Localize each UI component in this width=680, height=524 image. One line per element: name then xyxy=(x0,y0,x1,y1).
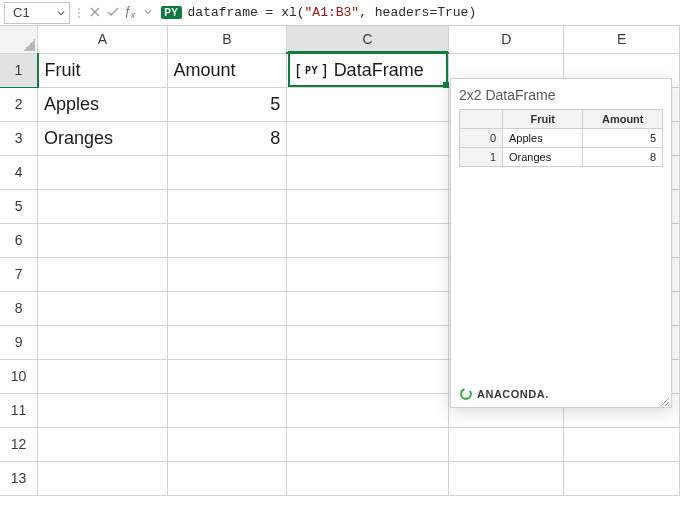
cell-C12[interactable] xyxy=(287,427,449,461)
table-row: 0 Apples 5 xyxy=(460,129,663,148)
cell-A7[interactable] xyxy=(38,257,168,291)
row-header-11[interactable]: 11 xyxy=(0,393,38,427)
cell-C13[interactable] xyxy=(287,461,449,495)
cell-C2[interactable] xyxy=(287,87,449,121)
resize-handle-icon[interactable] xyxy=(659,395,669,405)
fx-icon[interactable]: ƒx xyxy=(124,4,135,20)
cell-C5[interactable] xyxy=(287,189,449,223)
cell-E13[interactable] xyxy=(564,461,680,495)
row-header-4[interactable]: 4 xyxy=(0,155,38,189)
formula-input[interactable]: dataframe = xl("A1:B3", headers=True) xyxy=(188,5,477,20)
preview-row-amount: 5 xyxy=(583,129,663,148)
anaconda-logo-icon xyxy=(459,387,473,401)
chevron-down-icon[interactable] xyxy=(57,9,65,17)
preview-row-index: 0 xyxy=(460,129,503,148)
python-mini-badge: PY xyxy=(305,65,318,76)
cell-A11[interactable] xyxy=(38,393,168,427)
cell-B7[interactable] xyxy=(167,257,287,291)
cell-B1[interactable]: Amount xyxy=(167,53,287,87)
preview-row-fruit: Apples xyxy=(503,129,583,148)
row-header-12[interactable]: 12 xyxy=(0,427,38,461)
cell-C9[interactable] xyxy=(287,325,449,359)
select-all-corner[interactable] xyxy=(0,26,38,53)
cell-B12[interactable] xyxy=(167,427,287,461)
cell-A5[interactable] xyxy=(38,189,168,223)
svg-point-2 xyxy=(78,16,80,18)
cell-C1[interactable]: [ PY ] DataFrame xyxy=(287,53,449,87)
preview-index-header xyxy=(460,110,503,129)
python-badge-icon: PY xyxy=(161,6,181,19)
cancel-icon[interactable] xyxy=(88,5,102,19)
row-header-5[interactable]: 5 xyxy=(0,189,38,223)
preview-row-fruit: Oranges xyxy=(503,148,583,167)
cell-C4[interactable] xyxy=(287,155,449,189)
bracket-open-icon: [ xyxy=(293,61,303,80)
cell-B3[interactable]: 8 xyxy=(167,121,287,155)
row-header-10[interactable]: 10 xyxy=(0,359,38,393)
row-header-13[interactable]: 13 xyxy=(0,461,38,495)
cell-C11[interactable] xyxy=(287,393,449,427)
col-header-C[interactable]: C xyxy=(287,26,449,53)
cell-A1[interactable]: Fruit xyxy=(38,53,168,87)
row-header-1[interactable]: 1 xyxy=(0,53,38,87)
cell-B13[interactable] xyxy=(167,461,287,495)
cell-B10[interactable] xyxy=(167,359,287,393)
python-preview-card[interactable]: 2x2 DataFrame Fruit Amount 0 Apples 5 1 … xyxy=(450,78,672,408)
cell-A12[interactable] xyxy=(38,427,168,461)
cell-A8[interactable] xyxy=(38,291,168,325)
cell-A10[interactable] xyxy=(38,359,168,393)
cell-A4[interactable] xyxy=(38,155,168,189)
bracket-close-icon: ] xyxy=(320,61,330,80)
cell-B4[interactable] xyxy=(167,155,287,189)
spreadsheet-grid[interactable]: A B C D E 1 Fruit Amount [ PY ] DataFram… xyxy=(0,26,680,496)
name-box[interactable]: C1 xyxy=(4,2,70,24)
preview-col-fruit: Fruit xyxy=(503,110,583,129)
col-header-D[interactable]: D xyxy=(448,26,564,53)
cell-D12[interactable] xyxy=(448,427,564,461)
col-header-B[interactable]: B xyxy=(167,26,287,53)
row-header-9[interactable]: 9 xyxy=(0,325,38,359)
preview-footer-label: ANACONDA. xyxy=(477,388,549,400)
cell-A6[interactable] xyxy=(38,223,168,257)
svg-point-0 xyxy=(78,8,80,10)
preview-footer: ANACONDA. xyxy=(459,387,663,401)
cell-C8[interactable] xyxy=(287,291,449,325)
cell-B8[interactable] xyxy=(167,291,287,325)
confirm-icon[interactable] xyxy=(106,5,120,19)
row-header-7[interactable]: 7 xyxy=(0,257,38,291)
cell-C6[interactable] xyxy=(287,223,449,257)
cell-E12[interactable] xyxy=(564,427,680,461)
formula-bar: C1 ƒx PY dataframe = xl("A1:B3", headers… xyxy=(0,0,680,26)
svg-point-3 xyxy=(461,389,471,399)
col-header-E[interactable]: E xyxy=(564,26,680,53)
table-row: 1 Oranges 8 xyxy=(460,148,663,167)
cell-A13[interactable] xyxy=(38,461,168,495)
cell-A3[interactable]: Oranges xyxy=(38,121,168,155)
cell-C10[interactable] xyxy=(287,359,449,393)
row-header-2[interactable]: 2 xyxy=(0,87,38,121)
preview-col-amount: Amount xyxy=(583,110,663,129)
cell-B5[interactable] xyxy=(167,189,287,223)
cell-C7[interactable] xyxy=(287,257,449,291)
cell-A2[interactable]: Apples xyxy=(38,87,168,121)
cell-D13[interactable] xyxy=(448,461,564,495)
col-header-A[interactable]: A xyxy=(38,26,168,53)
preview-title: 2x2 DataFrame xyxy=(459,87,663,103)
chevron-down-icon[interactable] xyxy=(141,5,155,19)
divider-icon xyxy=(76,5,82,21)
cell-B11[interactable] xyxy=(167,393,287,427)
svg-point-1 xyxy=(78,12,80,14)
cell-B9[interactable] xyxy=(167,325,287,359)
cell-C3[interactable] xyxy=(287,121,449,155)
cell-B2[interactable]: 5 xyxy=(167,87,287,121)
row-header-3[interactable]: 3 xyxy=(0,121,38,155)
preview-table: Fruit Amount 0 Apples 5 1 Oranges 8 xyxy=(459,109,663,167)
preview-row-amount: 8 xyxy=(583,148,663,167)
name-box-value: C1 xyxy=(13,5,30,20)
preview-row-index: 1 xyxy=(460,148,503,167)
row-header-6[interactable]: 6 xyxy=(0,223,38,257)
cell-B6[interactable] xyxy=(167,223,287,257)
cell-A9[interactable] xyxy=(38,325,168,359)
row-header-8[interactable]: 8 xyxy=(0,291,38,325)
cell-C1-label: DataFrame xyxy=(334,60,424,81)
